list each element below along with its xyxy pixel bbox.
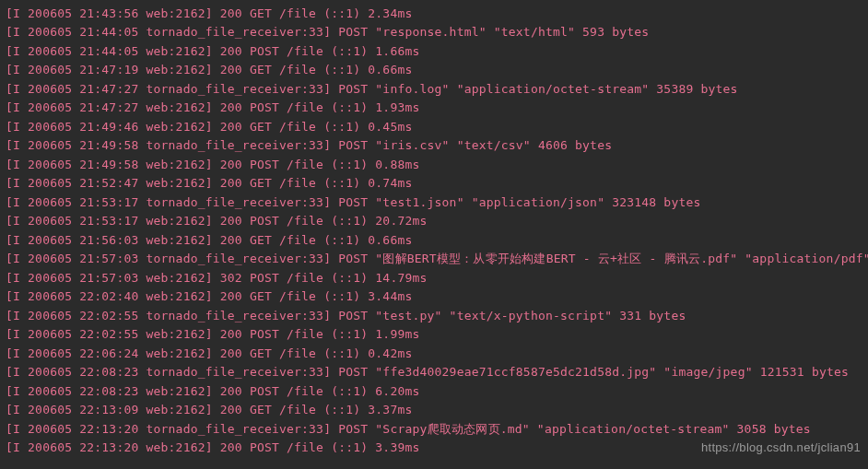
log-line: [I 200605 22:08:23 tornado_file_receiver… <box>6 363 862 382</box>
log-line: [I 200605 21:47:27 web:2162] 200 POST /f… <box>6 99 862 118</box>
log-line: [I 200605 21:44:05 tornado_file_receiver… <box>6 23 862 42</box>
log-line: [I 200605 21:53:17 tornado_file_receiver… <box>6 193 862 212</box>
log-line: [I 200605 21:49:46 web:2162] 200 GET /fi… <box>6 117 862 136</box>
log-line: [I 200605 21:49:58 tornado_file_receiver… <box>6 136 862 156</box>
log-line: [I 200605 21:53:17 web:2162] 200 POST /f… <box>6 212 862 231</box>
log-line: [I 200605 21:43:56 web:2162] 200 GET /fi… <box>6 4 862 23</box>
log-line: [I 200605 21:47:19 web:2162] 200 GET /fi… <box>6 61 862 80</box>
log-line: [I 200605 22:13:20 tornado_file_receiver… <box>6 419 862 439</box>
log-line: [I 200605 21:47:27 tornado_file_receiver… <box>6 79 862 99</box>
terminal-log-output: [I 200605 21:43:56 web:2162] 200 GET /fi… <box>6 4 862 457</box>
log-line: [I 200605 22:02:55 web:2162] 200 POST /f… <box>6 325 862 345</box>
log-line: [I 200605 22:06:24 web:2162] 200 GET /fi… <box>6 344 862 363</box>
log-line: [I 200605 22:02:55 tornado_file_receiver… <box>6 306 862 325</box>
log-line: [I 200605 21:56:03 web:2162] 200 GET /fi… <box>6 230 862 250</box>
log-line: [I 200605 22:08:23 web:2162] 200 POST /f… <box>6 381 862 401</box>
log-line: [I 200605 22:13:09 web:2162] 200 GET /fi… <box>6 401 862 420</box>
log-line: [I 200605 21:57:03 tornado_file_receiver… <box>6 250 862 269</box>
log-line: [I 200605 21:49:58 web:2162] 200 POST /f… <box>6 155 862 174</box>
log-line: [I 200605 21:52:47 web:2162] 200 GET /fi… <box>6 174 862 193</box>
log-line: [I 200605 21:57:03 web:2162] 302 POST /f… <box>6 268 862 287</box>
log-line: [I 200605 21:44:05 web:2162] 200 POST /f… <box>6 41 862 61</box>
log-line: [I 200605 22:02:40 web:2162] 200 GET /fi… <box>6 287 862 307</box>
watermark-text: https://blog.csdn.net/jclian91 <box>701 439 861 457</box>
